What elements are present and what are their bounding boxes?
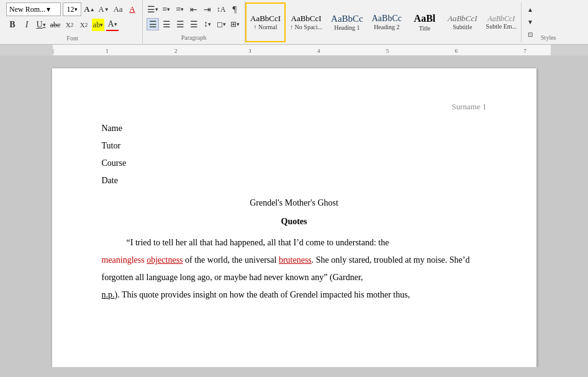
- styles-expand[interactable]: ⊡: [524, 29, 536, 41]
- style-subtitle-preview: AaBbCcI: [448, 14, 477, 24]
- doc-field-tutor: Tutor: [102, 137, 487, 155]
- style-title[interactable]: AaBl Title: [406, 2, 443, 42]
- styles-scroll-up[interactable]: ▲: [524, 4, 536, 16]
- style-subtle-em-preview: AaBbCcI: [487, 14, 515, 23]
- subscript-button[interactable]: X2: [63, 19, 76, 31]
- style-normal[interactable]: AaBbCcI ↑ Normal: [245, 2, 286, 42]
- numbering-button[interactable]: ≡▾: [160, 3, 173, 16]
- style-subtle-em-label: Subtle Em...: [486, 23, 517, 30]
- font-name-value: New Rom...: [9, 5, 45, 14]
- styles-group: AaBbCcI ↑ Normal AaBbCcI ↑ No Spaci... A…: [245, 1, 556, 43]
- clear-format-button[interactable]: A: [126, 3, 138, 16]
- para1-under3-wrap: n.p.). This quote provides insight on ho…: [102, 290, 410, 299]
- page-header-text: Surname 1: [452, 102, 487, 111]
- doc-subtitle-text: Quotes: [281, 217, 307, 226]
- style-heading1[interactable]: AaBbCc Heading 1: [327, 2, 368, 42]
- doc-field-course: Course: [102, 155, 487, 172]
- styles-scroll-down[interactable]: ▼: [524, 16, 536, 29]
- sort-button[interactable]: ↕A: [215, 3, 227, 16]
- font-group-label: Font: [6, 35, 138, 42]
- ruler-marker-1: 1: [106, 48, 109, 54]
- font-size-selector[interactable]: 12 ▾: [63, 2, 81, 16]
- style-heading2[interactable]: AaBbCc Heading 2: [368, 2, 406, 42]
- doc-paragraph1: “I tried to tell her all that had happen…: [102, 234, 487, 304]
- font-name-selector[interactable]: New Rom... ▾: [6, 2, 61, 16]
- bullets-button[interactable]: ☰▾: [147, 3, 159, 16]
- para1-under1: objectness: [147, 255, 183, 265]
- style-subtitle-label: Subtitle: [453, 24, 472, 30]
- ruler-marker-0: |: [53, 48, 54, 54]
- style-title-preview: AaBl: [414, 12, 436, 24]
- para-row1: ☰▾ ≡▾ ≡▾ ⇤ ⇥ ↕A ¶: [147, 3, 241, 16]
- para1-red1: meaningless: [102, 255, 145, 265]
- ruler: | 1 2 3 4 5 6 7: [0, 45, 588, 56]
- paragraph-group-label: Paragraph: [181, 34, 207, 41]
- align-left-button[interactable]: ☰: [147, 18, 159, 30]
- font-name-dropdown-icon[interactable]: ▾: [47, 5, 50, 14]
- style-no-spacing-label: ↑ No Spaci...: [290, 24, 322, 30]
- doc-title: Grendel's Mother's Ghost: [102, 194, 487, 212]
- italic-button[interactable]: I: [20, 19, 33, 31]
- style-title-label: Title: [419, 25, 431, 32]
- ruler-dark-left: [0, 45, 53, 55]
- ruler-marker-4: 4: [317, 48, 320, 54]
- doc-title-text: Grendel's Mother's Ghost: [250, 198, 338, 207]
- style-heading1-label: Heading 1: [334, 24, 360, 31]
- para1-under2: bruteness: [279, 255, 312, 265]
- strikethrough-button[interactable]: abc: [49, 19, 61, 31]
- page-header: Surname 1: [102, 99, 487, 114]
- style-heading2-preview: AaBbCc: [372, 14, 402, 24]
- align-center-button[interactable]: ☰: [160, 18, 173, 30]
- shading-button[interactable]: ◻▾: [215, 18, 227, 30]
- bold-button[interactable]: B: [6, 19, 19, 31]
- ruler-marker-7: 7: [523, 48, 527, 54]
- line-spacing-button[interactable]: ↕▾: [201, 18, 214, 30]
- document-page[interactable]: Surname 1 Name Tutor Course Date Grendel…: [52, 68, 536, 367]
- ruler-inner: | 1 2 3 4 5 6 7: [53, 45, 582, 55]
- para1-mid: of the world, the universal: [183, 255, 279, 265]
- change-case-button[interactable]: Aa: [112, 3, 124, 16]
- multilevel-list-button[interactable]: ≡▾: [174, 3, 186, 16]
- para-row2: ☰ ☰ ☰ ☰ ↕▾ ◻▾ ⊞▾: [147, 18, 241, 30]
- font-size-dropdown-icon[interactable]: ▾: [75, 6, 78, 12]
- style-heading1-preview: AaBbCc: [331, 13, 363, 24]
- style-subtitle[interactable]: AaBbCcI Subtitle: [443, 2, 482, 42]
- text-highlight-button[interactable]: ab▾: [92, 19, 104, 31]
- styles-group-label: Styles: [541, 34, 556, 41]
- style-normal-preview: AaBbCcI: [250, 14, 281, 24]
- font-group: New Rom... ▾ 12 ▾ A▲ A▼ Aa A B I U▾ abc …: [2, 0, 143, 44]
- superscript-button[interactable]: X2: [78, 19, 90, 31]
- doc-subtitle: Quotes: [102, 213, 487, 230]
- font-row1: New Rom... ▾ 12 ▾ A▲ A▼ Aa A: [6, 2, 138, 16]
- style-heading2-label: Heading 2: [374, 24, 399, 30]
- style-no-spacing-preview: AaBbCcI: [291, 14, 322, 24]
- grow-font-button[interactable]: A▲: [83, 3, 96, 16]
- decrease-indent-button[interactable]: ⇤: [188, 3, 200, 16]
- page-container: Surname 1 Name Tutor Course Date Grendel…: [0, 56, 588, 367]
- style-normal-label: ↑ Normal: [254, 24, 278, 30]
- justify-button[interactable]: ☰: [188, 18, 200, 30]
- ruler-marker-2: 2: [174, 48, 178, 54]
- para1-start: “I tried to tell her all that had happen…: [127, 238, 389, 247]
- shrink-font-button[interactable]: A▼: [97, 3, 110, 16]
- toolbar: New Rom... ▾ 12 ▾ A▲ A▼ Aa A B I U▾ abc …: [0, 0, 588, 45]
- text-color-button[interactable]: A▾: [106, 19, 119, 31]
- doc-field-name: Name: [102, 120, 487, 137]
- ruler-marker-3: 3: [248, 48, 251, 54]
- style-subtle-em[interactable]: AaBbCcI Subtle Em...: [482, 2, 521, 42]
- style-no-spacing[interactable]: AaBbCcI ↑ No Spaci...: [286, 2, 327, 42]
- borders-button[interactable]: ⊞▾: [228, 18, 241, 30]
- paragraph-group: ☰▾ ≡▾ ≡▾ ⇤ ⇥ ↕A ¶ ☰ ☰ ☰ ☰ ↕▾ ◻▾ ⊞▾ Parag…: [143, 1, 245, 43]
- align-right-button[interactable]: ☰: [174, 18, 186, 30]
- ruler-marker-6: 6: [455, 48, 458, 54]
- font-size-value: 12: [67, 5, 75, 14]
- para1-under3: n.p.: [102, 290, 115, 299]
- font-row2: B I U▾ abc X2 X2 ab▾ A▾: [6, 19, 138, 31]
- doc-field-date: Date: [102, 172, 487, 189]
- ruler-marker-5: 5: [386, 48, 389, 54]
- para1-close: ). This quote provides insight on how th…: [115, 290, 410, 299]
- underline-button[interactable]: U▾: [35, 19, 47, 31]
- increase-indent-button[interactable]: ⇥: [201, 3, 214, 16]
- show-paragraph-button[interactable]: ¶: [228, 3, 241, 16]
